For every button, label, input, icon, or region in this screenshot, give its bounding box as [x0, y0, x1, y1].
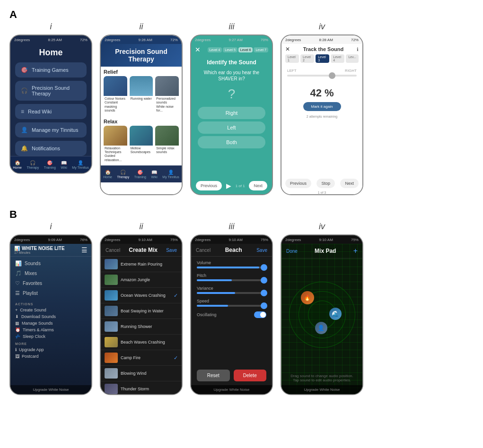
choice-left[interactable]: Left [198, 121, 265, 134]
menu-item-tinnitus[interactable]: 👤 Manage my Tinnitus [15, 122, 87, 138]
oscillating-toggle[interactable] [254, 311, 266, 318]
aiii-next-button[interactable]: Next [249, 181, 267, 190]
bi-action-sleep[interactable]: 💤 Sleep Clock [10, 333, 91, 340]
list-item[interactable]: Extreme Rain Pouring [101, 257, 182, 272]
pitch-thumb[interactable] [261, 277, 267, 284]
nav-home[interactable]: 🏠 Home [13, 160, 22, 169]
aiv-stop-button[interactable]: Stop [316, 179, 335, 188]
menu-item-training[interactable]: 🎯 Training Games [15, 62, 87, 78]
card-colour-noises[interactable]: Colour NoisesConstant masking sounds [104, 76, 127, 114]
level-chip-4[interactable]: Level 4 [208, 47, 222, 52]
level-chip-7[interactable]: Level 7 [254, 47, 268, 52]
nav-aii-mytinnitus[interactable]: 👤 My Tinnitus [162, 170, 179, 179]
slider-pitch: Pitch [197, 273, 266, 281]
status-bar-biii: 2degrees 9:10 AM 75% [191, 235, 272, 244]
aiv-next-button[interactable]: Next [340, 179, 359, 188]
menu-item-pst[interactable]: 🎧 Precision Sound Therapy [15, 81, 87, 101]
biv-add-button[interactable]: + [353, 247, 358, 255]
speed-track[interactable] [197, 305, 266, 307]
list-item[interactable]: Blowing Wind [101, 366, 182, 381]
biv-upgrade-bar[interactable]: Upgrade White Noise [281, 385, 362, 394]
biii-save-button[interactable]: Save [256, 248, 267, 253]
biii-reset-button[interactable]: Reset [197, 370, 230, 381]
aiv-level-3[interactable]: Level 3 [316, 54, 329, 63]
list-item[interactable]: Ocean Waves Crashing ✓ [101, 288, 182, 303]
biv-fire-dot[interactable]: 🔥 [301, 291, 314, 304]
aiii-choices: Right Left Both [191, 104, 272, 151]
nav-training[interactable]: 🎯 Training [44, 160, 56, 169]
speed-thumb[interactable] [261, 302, 267, 309]
menu-item-wiki[interactable]: ≡ Read Wiki [15, 104, 87, 119]
card-simple-relax[interactable]: Simple relax sounds [155, 126, 179, 164]
bi-manage-label: Manage Sounds [22, 321, 53, 326]
biv-done-button[interactable]: Done [286, 249, 298, 254]
card-mellow[interactable]: Mellow Soundscapes [130, 126, 153, 164]
screen-bi-content: 📊 WHITE NOISE LITE 17 Minutes ☰ 📊 Sounds [10, 244, 91, 394]
list-item[interactable]: Boat Swaying in Water [101, 303, 182, 319]
variance-thumb[interactable] [261, 290, 267, 296]
nav-aii-wiki[interactable]: 📖 Wiki [151, 170, 157, 179]
nav-aii-therapy[interactable]: 🎧 Therapy [117, 170, 130, 179]
bi-action-download[interactable]: ⬇ Download Sounds [10, 313, 91, 320]
aiii-nav: Previous ▶ 1 of 1 Next [191, 177, 272, 194]
bi-hamburger-icon[interactable]: ☰ [81, 246, 88, 254]
pitch-track[interactable] [197, 279, 266, 281]
nav-mytinnitus[interactable]: 👤 My Tinnitus [72, 160, 88, 169]
bii-save-button[interactable]: Save [166, 248, 177, 253]
volume-thumb[interactable] [261, 264, 267, 271]
bi-more-upgrade[interactable]: ℹ Upgrade App [10, 346, 91, 353]
bi-action-manage[interactable]: ▦ Manage Sounds [10, 320, 91, 327]
level-chip-5[interactable]: Level 5 [223, 47, 237, 52]
bi-app-icon: 📊 [14, 246, 20, 251]
list-item[interactable]: Camp Fire ✓ [101, 350, 182, 366]
aiv-info-icon[interactable]: ℹ [357, 47, 359, 52]
list-item[interactable]: Beach Waves Crashing [101, 335, 182, 350]
bi-action-timers[interactable]: ⏰ Timers & Alarms [10, 327, 91, 333]
biv-ocean-dot[interactable]: 🌊 [329, 308, 342, 320]
aiv-level-2[interactable]: Level 2 [300, 54, 314, 63]
aiv-mark-again-button[interactable]: Mark it again [303, 102, 341, 111]
list-item[interactable]: Running Shower [101, 319, 182, 335]
aiv-slider-thumb[interactable] [329, 72, 335, 79]
aiv-level-more[interactable]: Lev... [346, 54, 359, 63]
biii-delete-button[interactable]: Delete [234, 370, 267, 381]
choice-right[interactable]: Right [198, 107, 265, 119]
list-item[interactable]: Amazon Jungle [101, 272, 182, 288]
bi-action-create[interactable]: + Create Sound [10, 307, 91, 313]
level-chip-6[interactable]: Level 6 [238, 47, 253, 52]
menu-item-notifications[interactable]: 🔔 Notifications [15, 141, 87, 156]
volume-track[interactable] [197, 267, 266, 268]
bi-nav-sounds[interactable]: 📊 Sounds [15, 259, 87, 267]
nav-aii-home[interactable]: 🏠 Home [103, 170, 112, 179]
card-running-water[interactable]: Running water [130, 76, 153, 114]
aiv-prev-button[interactable]: Previous [285, 179, 311, 188]
card-relaxation[interactable]: Relaxation TechniquesGuided relaxation..… [104, 126, 127, 164]
speed-label: Speed [197, 299, 266, 303]
aiv-slider-track[interactable] [287, 75, 357, 77]
bi-nav-favorites[interactable]: ♡ Favorites [15, 279, 87, 287]
aiv-close-button[interactable]: ✕ [285, 46, 290, 52]
aiii-play-button[interactable]: ▶ [226, 182, 231, 190]
biii-upgrade-bar[interactable]: Upgrade White Noise [191, 385, 272, 394]
nav-wiki[interactable]: 📖 Wiki [61, 160, 67, 169]
aiii-close-button[interactable]: ✕ [195, 46, 201, 53]
bi-nav-mixes[interactable]: 🎵 Mixes [15, 269, 87, 277]
aiii-prev-button[interactable]: Previous [196, 181, 222, 190]
aiv-level-4[interactable]: Level 4 [331, 54, 344, 63]
phone-col-a-i: i 2degrees 8:25 AM 72% Home 🎯 Training G… [9, 22, 92, 174]
nav-aii-training[interactable]: 🎯 Training [134, 170, 146, 179]
nav-therapy[interactable]: 🎧 Therapy [27, 160, 39, 169]
card-personalized[interactable]: Personalized soundsWhite noise for... [155, 76, 179, 114]
biv-person-dot[interactable]: 👤 [315, 322, 327, 334]
phone-index-biii: iii [229, 222, 235, 232]
bi-more-postcard[interactable]: 🖼 Postcard [10, 353, 91, 360]
choice-both[interactable]: Both [198, 136, 265, 148]
biii-cancel-button[interactable]: Cancel [196, 248, 211, 253]
pst-header: Precision Sound Therapy [101, 44, 182, 67]
aiv-level-1[interactable]: Level 1 [285, 54, 299, 63]
bi-nav-playlist[interactable]: ☰ Playlist [15, 289, 87, 297]
bi-upgrade-bar[interactable]: Upgrade White Noise [10, 385, 91, 394]
list-item[interactable]: Thunder Storm [101, 381, 182, 395]
bii-cancel-button[interactable]: Cancel [105, 248, 120, 253]
variance-track[interactable] [197, 292, 266, 294]
